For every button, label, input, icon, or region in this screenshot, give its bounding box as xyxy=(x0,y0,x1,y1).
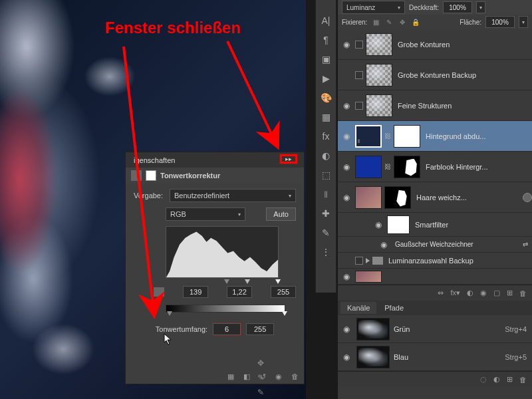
layer-checkbox[interactable] xyxy=(355,102,363,110)
expand-icon[interactable] xyxy=(366,258,370,263)
save-selection-icon[interactable]: ◐ xyxy=(493,375,500,384)
group-icon[interactable]: ▢ xyxy=(493,289,500,297)
styles-icon[interactable]: fx xyxy=(319,130,332,142)
character-icon[interactable]: A| xyxy=(319,15,332,27)
filter-mask-thumb[interactable] xyxy=(387,215,410,234)
layer-thumb[interactable] xyxy=(366,33,392,56)
lock-transparency-icon[interactable]: ▦ xyxy=(371,17,380,27)
visibility-toggle[interactable]: ◉ xyxy=(340,352,352,362)
layer-row[interactable]: ◉ Gaußscher Weichzeichner ⇄ xyxy=(338,237,532,253)
lock-all-icon[interactable]: 🔒 xyxy=(411,17,420,27)
mask-add-icon[interactable]: ◐ xyxy=(467,289,473,297)
layer-row[interactable]: ◉ Smartfilter xyxy=(338,213,532,237)
gray-eyedropper-icon[interactable]: ✎ xyxy=(255,387,266,398)
trash-icon[interactable]: 🗑 xyxy=(289,372,300,381)
visibility-toggle[interactable]: ◉ xyxy=(340,193,352,202)
adjustment-thumb[interactable]: ⫴ xyxy=(355,125,382,148)
visibility-toggle[interactable]: ◉ xyxy=(340,132,352,141)
channel-row[interactable]: ◉ Grün Strg+4 xyxy=(338,315,532,343)
paragraph-icon[interactable]: ¶ xyxy=(319,34,332,46)
trash-icon[interactable]: 🗑 xyxy=(519,376,527,384)
layer-name[interactable]: Grobe Konturen Backup xyxy=(395,71,532,79)
layer-thumb[interactable] xyxy=(355,271,382,283)
visibility-toggle[interactable]: ◉ xyxy=(372,220,384,229)
history-icon[interactable]: ▣ xyxy=(319,53,332,65)
layer-thumb[interactable] xyxy=(366,64,392,86)
layer-name[interactable]: Hintegrund abdu... xyxy=(423,132,532,140)
channel-thumb[interactable] xyxy=(356,346,390,368)
tab-paths[interactable]: Pfade xyxy=(378,302,410,314)
reset-icon[interactable]: ↺ xyxy=(257,372,268,381)
visibility-toggle[interactable]: ◉ xyxy=(340,272,352,281)
input-slider[interactable] xyxy=(166,281,279,286)
navigator-icon[interactable]: ⬚ xyxy=(319,169,332,181)
preset-dropdown[interactable]: Benutzerdefiniert xyxy=(170,189,296,202)
adjustment-thumb[interactable] xyxy=(355,156,382,178)
filter-name[interactable]: Gaußscher Weichzeichner xyxy=(392,241,520,248)
new-channel-icon[interactable]: ⊞ xyxy=(507,375,513,384)
layer-row[interactable]: Grobe Konturen Backup xyxy=(338,60,532,90)
mask-thumb[interactable] xyxy=(394,156,420,178)
mask-thumb[interactable] xyxy=(384,186,411,209)
layer-checkbox[interactable] xyxy=(355,257,363,265)
input-white-field[interactable]: 255 xyxy=(271,286,296,298)
opacity-arrow[interactable]: ▾ xyxy=(476,1,485,13)
output-slider[interactable] xyxy=(166,313,285,318)
brush-icon[interactable]: ✎ xyxy=(319,227,332,239)
input-black-field[interactable]: 139 xyxy=(183,286,208,298)
visibility-toggle[interactable]: ◉ xyxy=(340,325,352,334)
lock-position-icon[interactable]: ✥ xyxy=(398,17,407,27)
link-icon[interactable]: ⛓ xyxy=(384,163,391,170)
opacity-field[interactable]: 100% xyxy=(443,1,472,13)
properties-tab[interactable]: igenschaften xyxy=(130,156,179,164)
layer-name[interactable]: Luminanzauswahl Backup xyxy=(386,257,532,265)
gamma-handle[interactable] xyxy=(245,279,250,284)
black-point-handle[interactable] xyxy=(224,279,229,284)
color-icon[interactable]: 🎨 xyxy=(319,92,332,104)
visibility-toggle[interactable]: ◉ xyxy=(340,162,352,172)
layer-name[interactable]: Haare weichz... xyxy=(414,194,520,201)
channel-dropdown[interactable]: RGB xyxy=(166,207,245,221)
auto-button[interactable]: Auto xyxy=(266,207,296,221)
layer-row[interactable]: Luminanzauswahl Backup xyxy=(338,253,532,269)
fx-menu-icon[interactable]: fx▾ xyxy=(450,289,460,297)
channel-name[interactable]: Grün xyxy=(394,325,501,333)
smart-object-thumb[interactable] xyxy=(355,186,382,209)
output-white-field[interactable]: 255 xyxy=(246,323,274,335)
tab-channels[interactable]: Kanäle xyxy=(340,302,376,314)
visibility-toggle[interactable]: ◉ xyxy=(340,40,352,49)
output-black-handle[interactable] xyxy=(167,311,172,316)
layer-row[interactable]: ◉ Feine Strukturen xyxy=(338,90,532,121)
collapse-panel-button[interactable]: ▸▸ xyxy=(280,154,297,164)
adjustments-icon[interactable]: ◐ xyxy=(319,150,332,162)
layer-row[interactable]: ◉ ⫴ ⛓ Hintegrund abdu... xyxy=(338,121,532,152)
fill-arrow[interactable]: ▾ xyxy=(519,16,528,28)
layer-thumb[interactable] xyxy=(366,94,392,117)
link-icon[interactable]: ⛓ xyxy=(384,132,391,140)
input-gamma-field[interactable]: 1,22 xyxy=(227,286,252,298)
layer-name[interactable]: Farblook Hintergr... xyxy=(423,163,532,171)
channel-thumb[interactable] xyxy=(356,318,390,340)
layer-row-partial[interactable]: ◉ xyxy=(338,269,532,285)
mask-thumb[interactable] xyxy=(394,125,420,148)
channel-name[interactable]: Blau xyxy=(394,353,501,361)
layer-row[interactable]: ◉ ⛓ Farblook Hintergr... xyxy=(338,152,532,182)
adjustment-add-icon[interactable]: ◉ xyxy=(480,289,487,297)
output-white-handle[interactable] xyxy=(282,311,287,316)
clip-icon[interactable]: ▦ xyxy=(225,372,236,381)
swatches-icon[interactable]: ▦ xyxy=(319,111,332,123)
white-point-handle[interactable] xyxy=(275,279,281,284)
layer-name[interactable]: Smartfilter xyxy=(412,221,532,229)
layer-name[interactable]: Grobe Konturen xyxy=(395,41,532,49)
layer-name[interactable]: Feine Strukturen xyxy=(395,102,532,110)
load-selection-icon[interactable]: ◌ xyxy=(480,375,487,384)
output-gradient[interactable] xyxy=(166,305,285,313)
layer-checkbox[interactable] xyxy=(355,71,363,79)
blend-mode-dropdown[interactable]: Luminanz xyxy=(342,1,405,14)
lock-pixels-icon[interactable]: ✎ xyxy=(384,17,394,27)
histogram[interactable] xyxy=(166,226,279,278)
visibility-icon[interactable]: ◉ xyxy=(273,372,284,381)
layer-row[interactable]: ◉ Grobe Konturen xyxy=(338,29,532,60)
info-icon[interactable]: ✚ xyxy=(319,207,332,219)
layer-row[interactable]: ◉ Haare weichz... xyxy=(338,182,532,213)
